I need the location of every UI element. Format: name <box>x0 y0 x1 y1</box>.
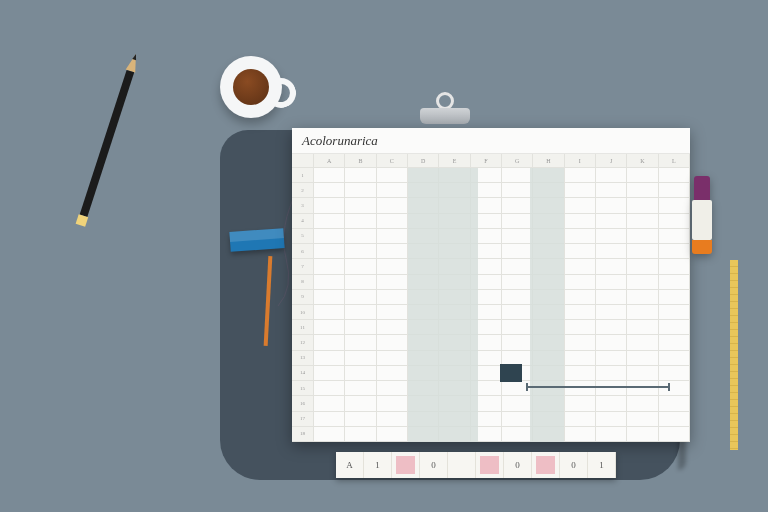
row-header[interactable]: 13 <box>292 351 314 366</box>
cell[interactable] <box>533 259 564 274</box>
row-header[interactable]: 7 <box>292 259 314 274</box>
tab[interactable] <box>448 452 476 478</box>
cell[interactable] <box>345 427 376 442</box>
cell[interactable] <box>502 168 533 183</box>
cell[interactable] <box>596 259 627 274</box>
spreadsheet-grid[interactable]: ABCDEFGHIJKL123456789101112131415161718 <box>292 154 690 442</box>
cell[interactable] <box>471 351 502 366</box>
cell[interactable] <box>345 275 376 290</box>
column-header[interactable]: E <box>439 154 470 168</box>
tab[interactable] <box>532 452 560 478</box>
cell[interactable] <box>533 320 564 335</box>
row-header[interactable]: 14 <box>292 366 314 381</box>
cell[interactable] <box>345 290 376 305</box>
cell[interactable] <box>502 320 533 335</box>
row-header[interactable]: 11 <box>292 320 314 335</box>
cell[interactable] <box>439 214 470 229</box>
cell[interactable] <box>596 183 627 198</box>
cell[interactable] <box>345 320 376 335</box>
cell[interactable] <box>627 168 658 183</box>
cell[interactable] <box>345 168 376 183</box>
cell[interactable] <box>377 305 408 320</box>
cell[interactable] <box>345 396 376 411</box>
column-header[interactable]: D <box>408 154 439 168</box>
cell[interactable] <box>408 335 439 350</box>
cell[interactable] <box>471 229 502 244</box>
cell[interactable] <box>565 275 596 290</box>
spreadsheet-window[interactable]: Acolorunarica ABCDEFGHIJKL12345678910111… <box>292 128 690 442</box>
tab[interactable]: 0 <box>504 452 532 478</box>
column-header[interactable]: C <box>377 154 408 168</box>
cell[interactable] <box>345 351 376 366</box>
cell[interactable] <box>345 259 376 274</box>
cell[interactable] <box>377 335 408 350</box>
tab[interactable] <box>476 452 504 478</box>
cell[interactable] <box>408 305 439 320</box>
cell[interactable] <box>377 351 408 366</box>
row-header[interactable]: 18 <box>292 427 314 442</box>
cell[interactable] <box>314 275 345 290</box>
cell[interactable] <box>377 229 408 244</box>
cell[interactable] <box>596 351 627 366</box>
cell[interactable] <box>627 305 658 320</box>
cell[interactable] <box>502 381 533 396</box>
cell[interactable] <box>596 290 627 305</box>
cell[interactable] <box>627 244 658 259</box>
cell[interactable] <box>565 351 596 366</box>
cell[interactable] <box>596 244 627 259</box>
cell[interactable] <box>596 305 627 320</box>
cell[interactable] <box>377 183 408 198</box>
cell[interactable] <box>408 366 439 381</box>
cell[interactable] <box>408 183 439 198</box>
cell[interactable] <box>314 259 345 274</box>
cell[interactable] <box>314 290 345 305</box>
cell[interactable] <box>314 381 345 396</box>
cell[interactable] <box>659 320 690 335</box>
cell[interactable] <box>565 290 596 305</box>
tab[interactable] <box>392 452 420 478</box>
tab[interactable]: 1 <box>364 452 392 478</box>
cell[interactable] <box>659 305 690 320</box>
cell[interactable] <box>314 168 345 183</box>
cell[interactable] <box>471 244 502 259</box>
cell[interactable] <box>659 396 690 411</box>
cell[interactable] <box>659 198 690 213</box>
cell[interactable] <box>502 412 533 427</box>
cell[interactable] <box>408 427 439 442</box>
cell[interactable] <box>659 168 690 183</box>
cell[interactable] <box>408 351 439 366</box>
cell[interactable] <box>377 198 408 213</box>
row-header[interactable]: 17 <box>292 412 314 427</box>
row-header[interactable]: 9 <box>292 290 314 305</box>
column-header[interactable]: G <box>502 154 533 168</box>
cell[interactable] <box>659 290 690 305</box>
cell[interactable] <box>659 335 690 350</box>
column-header[interactable]: J <box>596 154 627 168</box>
cell[interactable] <box>565 259 596 274</box>
cell[interactable] <box>627 427 658 442</box>
cell[interactable] <box>565 396 596 411</box>
row-header[interactable]: 12 <box>292 335 314 350</box>
cell[interactable] <box>596 320 627 335</box>
row-header[interactable]: 2 <box>292 183 314 198</box>
cell[interactable] <box>627 290 658 305</box>
cell[interactable] <box>408 244 439 259</box>
cell[interactable] <box>314 320 345 335</box>
cell[interactable] <box>345 381 376 396</box>
cell[interactable] <box>533 168 564 183</box>
cell[interactable] <box>377 275 408 290</box>
column-header[interactable]: L <box>659 154 690 168</box>
cell[interactable] <box>596 396 627 411</box>
cell[interactable] <box>565 381 596 396</box>
cell[interactable] <box>471 396 502 411</box>
row-header[interactable]: 15 <box>292 381 314 396</box>
cell[interactable] <box>408 229 439 244</box>
cell[interactable] <box>439 320 470 335</box>
cell[interactable] <box>627 412 658 427</box>
cell[interactable] <box>471 198 502 213</box>
cell[interactable] <box>502 305 533 320</box>
cell[interactable] <box>439 168 470 183</box>
cell[interactable] <box>377 290 408 305</box>
cell[interactable] <box>659 275 690 290</box>
cell[interactable] <box>377 320 408 335</box>
